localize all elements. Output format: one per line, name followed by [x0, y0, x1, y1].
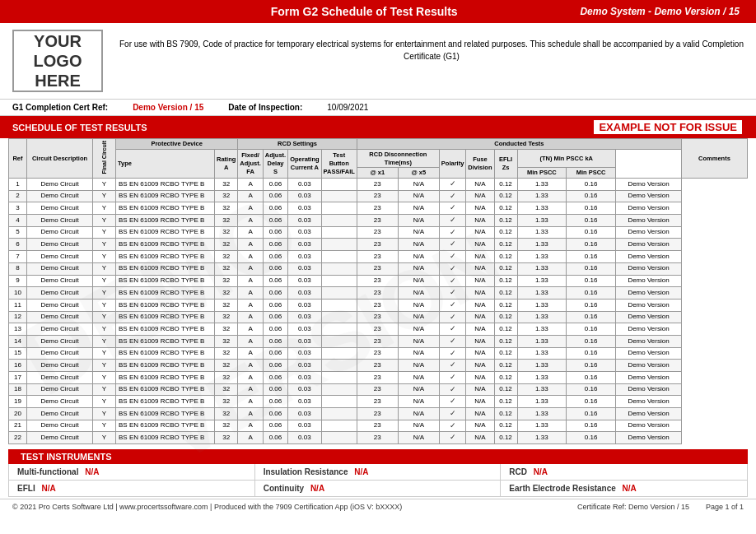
table-cell: 32: [215, 372, 238, 384]
table-cell: 13: [9, 323, 27, 336]
table-cell: 32: [215, 311, 238, 323]
table-cell: Demo Version: [616, 226, 682, 239]
table-container: Ref Circuit Description Final Circuit Pr…: [0, 138, 756, 444]
table-cell: ✓: [439, 215, 466, 227]
table-cell: [321, 202, 357, 215]
table-cell: BS EN 61009 RCBO TYPE B: [116, 396, 215, 408]
table-cell: 0.16: [567, 215, 616, 227]
table-cell: A: [238, 420, 263, 432]
table-cell: 0.06: [263, 335, 287, 347]
table-cell: A: [238, 311, 263, 323]
table-cell: 1.33: [517, 215, 567, 227]
table-cell: A: [238, 179, 263, 191]
table-cell: 8: [9, 262, 27, 275]
table-row: 3Demo CircuitYBS EN 61009 RCBO TYPE B32A…: [9, 202, 748, 215]
table-cell: BS EN 61009 RCBO TYPE B: [116, 408, 215, 420]
th-tn1: Min PSCC: [517, 168, 567, 179]
table-cell: [321, 299, 357, 311]
table-cell: N/A: [466, 311, 494, 323]
table-cell: BS EN 61009 RCBO TYPE B: [116, 360, 215, 372]
table-cell: ✓: [439, 432, 466, 444]
table-cell: 23: [357, 335, 398, 347]
table-row: 15Demo CircuitYBS EN 61009 RCBO TYPE B32…: [9, 347, 748, 360]
table-cell: 10: [9, 287, 27, 300]
example-stamp: EXAMPLE NOT FOR ISSUE: [592, 118, 744, 136]
table-cell: 0.06: [263, 396, 287, 408]
table-cell: ✓: [439, 226, 466, 239]
table-cell: 23: [357, 251, 398, 263]
table-cell: 0.16: [567, 299, 616, 311]
table-cell: [321, 239, 357, 251]
table-cell: A: [238, 347, 263, 360]
table-cell: A: [238, 323, 263, 336]
table-cell: Y: [93, 383, 116, 396]
table-cell: ✓: [439, 275, 466, 287]
table-cell: 0.12: [494, 179, 517, 191]
table-cell: A: [238, 335, 263, 347]
table-cell: Demo Circuit: [27, 347, 93, 360]
table-cell: 32: [215, 335, 238, 347]
table-cell: Demo Version: [616, 323, 682, 336]
table-cell: N/A: [398, 251, 439, 263]
table-cell: [321, 262, 357, 275]
table-cell: [321, 432, 357, 444]
table-cell: 32: [215, 190, 238, 202]
table-row: 1Demo CircuitYBS EN 61009 RCBO TYPE B32A…: [9, 179, 748, 191]
table-cell: 0.03: [288, 262, 321, 275]
table-cell: 0.16: [567, 323, 616, 336]
table-cell: Y: [93, 190, 116, 202]
table-cell: Demo Version: [616, 190, 682, 202]
th-efli: EFLI Zs: [494, 149, 517, 178]
table-cell: 0.16: [567, 311, 616, 323]
table-cell: N/A: [398, 275, 439, 287]
table-row: 14Demo CircuitYBS EN 61009 RCBO TYPE B32…: [9, 335, 748, 347]
cert-row: G1 Completion Cert Ref: Demo Version / 1…: [0, 100, 756, 116]
table-cell: 0.03: [288, 323, 321, 336]
table-row: 20Demo CircuitYBS EN 61009 RCBO TYPE B32…: [9, 408, 748, 420]
table-cell: Y: [93, 179, 116, 191]
table-cell: Y: [93, 311, 116, 323]
table-cell: Demo Version: [616, 420, 682, 432]
table-cell: BS EN 61009 RCBO TYPE B: [116, 335, 215, 347]
table-cell: 1.33: [517, 262, 567, 275]
table-cell: 32: [215, 408, 238, 420]
table-cell: 0.06: [263, 179, 287, 191]
table-cell: ✓: [439, 287, 466, 300]
table-cell: BS EN 61009 RCBO TYPE B: [116, 275, 215, 287]
table-cell: 0.03: [288, 239, 321, 251]
table-cell: 32: [215, 287, 238, 300]
table-cell: 14: [9, 335, 27, 347]
table-cell: 0.12: [494, 311, 517, 323]
table-cell: N/A: [398, 179, 439, 191]
table-cell: [321, 420, 357, 432]
efli-cell: EFLI N/A: [9, 481, 255, 496]
table-cell: 1.33: [517, 408, 567, 420]
table-cell: 0.12: [494, 408, 517, 420]
th-disc5: @ x5: [398, 168, 439, 179]
table-cell: N/A: [466, 420, 494, 432]
continuity-value: N/A: [310, 484, 324, 493]
table-row: 5Demo CircuitYBS EN 61009 RCBO TYPE B32A…: [9, 226, 748, 239]
table-cell: N/A: [398, 190, 439, 202]
table-cell: 0.03: [288, 347, 321, 360]
th-rating: Rating A: [215, 149, 238, 178]
table-cell: 0.12: [494, 239, 517, 251]
table-cell: 1.33: [517, 179, 567, 191]
th-tn2: Min PSCC: [567, 168, 616, 179]
th-tn: (TN) Min PSCC kA: [517, 149, 615, 168]
table-cell: 1.33: [517, 226, 567, 239]
table-cell: N/A: [466, 239, 494, 251]
table-cell: 0.12: [494, 190, 517, 202]
table-cell: 1.33: [517, 323, 567, 336]
table-cell: Demo Circuit: [27, 190, 93, 202]
table-cell: Demo Circuit: [27, 432, 93, 444]
table-cell: Demo Circuit: [27, 360, 93, 372]
table-cell: [321, 372, 357, 384]
table-cell: N/A: [466, 383, 494, 396]
table-cell: 0.03: [288, 190, 321, 202]
continuity-label: Continuity: [264, 484, 304, 493]
table-cell: N/A: [398, 299, 439, 311]
table-cell: 0.16: [567, 396, 616, 408]
table-cell: N/A: [466, 262, 494, 275]
table-cell: Demo Version: [616, 432, 682, 444]
